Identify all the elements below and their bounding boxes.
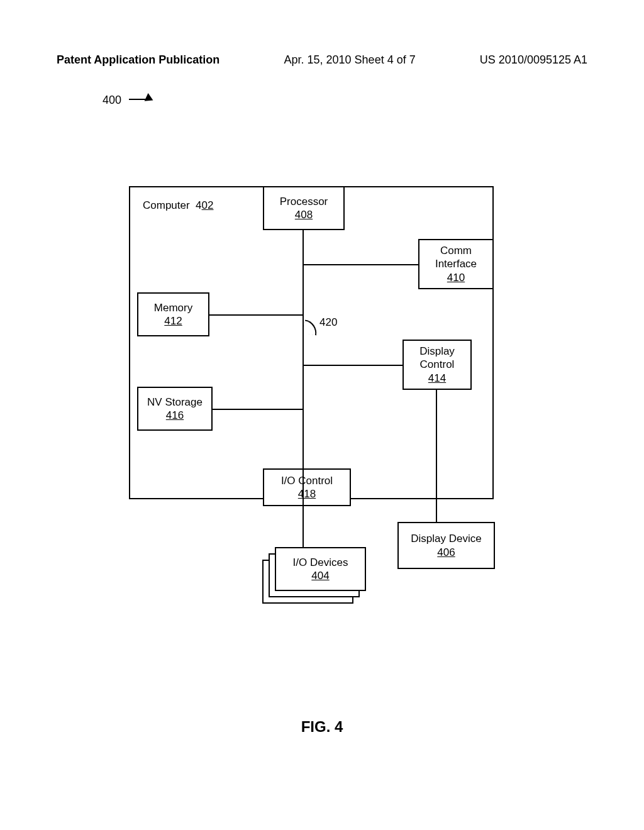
processor-label: Processor bbox=[280, 195, 328, 208]
display-ctrl-label: Display Control bbox=[419, 345, 455, 372]
computer-name: Computer bbox=[143, 199, 190, 211]
computer-ref-suffix: 02 bbox=[202, 199, 214, 211]
bus-ref-420: 420 bbox=[319, 316, 337, 329]
memory-ref: 412 bbox=[164, 314, 182, 328]
io-devices-block: I/O Devices 404 bbox=[275, 547, 366, 591]
header-right: US 2010/0095125 A1 bbox=[480, 53, 587, 67]
nv-storage-ref: 416 bbox=[166, 409, 184, 422]
display-ctrl-ref: 414 bbox=[428, 372, 446, 385]
arrow-head-icon bbox=[145, 93, 155, 104]
display-device-block: Display Device 406 bbox=[397, 522, 495, 569]
comm-ref: 410 bbox=[447, 271, 465, 284]
io-control-block: I/O Control 418 bbox=[263, 468, 351, 506]
memory-label: Memory bbox=[154, 301, 192, 314]
computer-label: Computer 402 bbox=[143, 199, 214, 212]
display-dev-label: Display Device bbox=[411, 532, 481, 545]
bus-display-line bbox=[303, 365, 402, 366]
bus-nv-line bbox=[213, 409, 304, 410]
display-dev-ref: 406 bbox=[437, 546, 455, 559]
bus-vertical-line bbox=[303, 230, 304, 547]
io-devices-label: I/O Devices bbox=[293, 556, 348, 569]
bus-memory-line bbox=[209, 314, 304, 316]
header-center: Apr. 15, 2010 Sheet 4 of 7 bbox=[284, 53, 416, 67]
comm-interface-block: Comm Interface 410 bbox=[418, 239, 494, 289]
memory-block: Memory 412 bbox=[137, 292, 209, 336]
comm-label: Comm Interface bbox=[435, 244, 477, 271]
io-ctrl-label: I/O Control bbox=[281, 474, 333, 487]
figure-caption: FIG. 4 bbox=[0, 718, 644, 736]
display-control-block: Display Control 414 bbox=[402, 340, 472, 390]
display-device-line bbox=[436, 390, 437, 522]
io-devices-ref: 404 bbox=[311, 569, 329, 582]
page-header: Patent Application Publication Apr. 15, … bbox=[0, 53, 644, 67]
io-ctrl-ref: 418 bbox=[298, 487, 316, 501]
processor-ref: 408 bbox=[295, 208, 313, 221]
header-left: Patent Application Publication bbox=[57, 53, 219, 67]
processor-block: Processor 408 bbox=[263, 186, 345, 230]
bus-comm-line bbox=[303, 264, 418, 265]
nv-storage-block: NV Storage 416 bbox=[137, 387, 213, 431]
computer-ref-prefix: 4 bbox=[196, 199, 201, 211]
figure-ref-400: 400 bbox=[103, 94, 121, 107]
nv-storage-label: NV Storage bbox=[147, 396, 203, 409]
